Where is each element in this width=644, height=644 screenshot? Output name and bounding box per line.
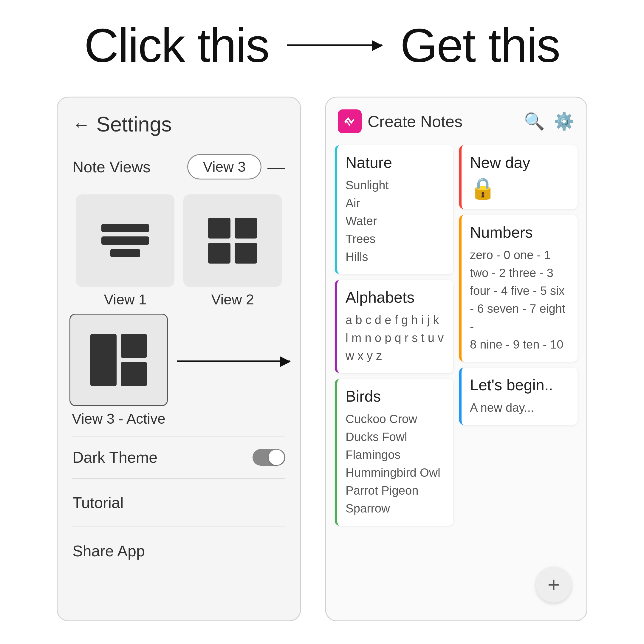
- click-this-label: Click this: [84, 18, 269, 73]
- view1-label: View 1: [104, 291, 146, 308]
- note-views-label: Note Views: [72, 158, 151, 176]
- toggle-thumb: [269, 450, 284, 465]
- app-logo: [338, 109, 362, 133]
- divider1: [72, 436, 285, 436]
- view-selector: View 3 —: [187, 154, 285, 179]
- phone-arrow-line: [177, 360, 290, 362]
- view1-container: View 1: [76, 194, 174, 308]
- main-content: ← Settings Note Views View 3 —: [0, 85, 644, 633]
- v3-top-right: [121, 334, 147, 358]
- note-new-day-title: New day: [470, 154, 569, 171]
- view2-icon: [208, 218, 257, 264]
- header-arrow: [287, 44, 382, 46]
- app-name: Create Notes: [368, 112, 518, 131]
- dark-theme-label: Dark Theme: [72, 448, 157, 466]
- page-header: Click this Get this: [0, 0, 644, 85]
- v3-tall-cell: [90, 334, 117, 386]
- note-numbers-title: Numbers: [470, 223, 569, 241]
- share-app-item[interactable]: Share App: [58, 530, 300, 572]
- view3-icon: [90, 334, 147, 386]
- notes-col-left: Nature SunlightAirWaterTreesHills Alphab…: [335, 145, 453, 614]
- note-lets-begin[interactable]: Let's begin.. A new day...: [459, 368, 578, 425]
- note-birds-title: Birds: [346, 387, 445, 405]
- notes-grid: Nature SunlightAirWaterTreesHills Alphab…: [326, 139, 586, 620]
- tutorial-item[interactable]: Tutorial: [58, 482, 300, 524]
- note-birds[interactable]: Birds Cuckoo CrowDucks FowlFlamingosHumm…: [335, 379, 453, 526]
- view3-thumb[interactable]: [69, 314, 168, 406]
- view3-arrow: [177, 360, 290, 362]
- note-alphabets[interactable]: Alphabets a b c d e f g h i j kl m n o p…: [335, 280, 453, 373]
- cell2: [235, 218, 257, 239]
- view1-icon: [101, 224, 149, 257]
- cell4: [235, 243, 257, 264]
- fab-button[interactable]: +: [536, 567, 572, 603]
- header-icons: 🔍 ⚙️: [524, 112, 575, 131]
- cell3: [208, 243, 230, 264]
- note-nature-content: SunlightAirWaterTreesHills: [346, 176, 445, 266]
- notes-col-right: New day 🔒 Numbers zero - 0 one - 1two - …: [459, 145, 578, 614]
- get-this-label: Get this: [400, 18, 560, 73]
- note-new-day[interactable]: New day 🔒: [459, 145, 578, 209]
- settings-header: ← Settings: [58, 97, 300, 145]
- settings-title: Settings: [96, 112, 172, 136]
- cell1: [208, 218, 230, 239]
- views-grid: View 1 View 2: [58, 188, 300, 314]
- view1-thumb[interactable]: [76, 194, 174, 287]
- note-numbers[interactable]: Numbers zero - 0 one - 1two - 2 three - …: [459, 215, 578, 362]
- view3-row: View 3 - Active: [58, 314, 300, 433]
- arrow-line: [287, 44, 382, 46]
- settings-phone: ← Settings Note Views View 3 —: [57, 97, 301, 621]
- search-icon[interactable]: 🔍: [524, 112, 545, 131]
- bar3: [110, 249, 140, 257]
- note-numbers-content: zero - 0 one - 1two - 2 three - 3four - …: [470, 246, 569, 353]
- notes-header: Create Notes 🔍 ⚙️: [326, 97, 586, 139]
- note-alphabets-content: a b c d e f g h i j kl m n o p q r s t u…: [346, 311, 445, 365]
- note-lets-begin-content: A new day...: [470, 399, 569, 417]
- v3-bottom-right: [121, 362, 147, 386]
- bar2: [101, 236, 149, 245]
- note-nature-title: Nature: [346, 154, 445, 171]
- dark-theme-row: Dark Theme: [58, 439, 300, 475]
- lock-icon: 🔒: [470, 176, 569, 201]
- note-birds-content: Cuckoo CrowDucks FowlFlamingosHummingbir…: [346, 410, 445, 517]
- view-pill[interactable]: View 3: [187, 154, 261, 179]
- note-lets-begin-title: Let's begin..: [470, 376, 569, 394]
- view2-container: View 2: [183, 194, 282, 308]
- note-alphabets-title: Alphabets: [346, 288, 445, 306]
- view3-label: View 3 - Active: [72, 411, 165, 427]
- notes-phone: Create Notes 🔍 ⚙️ Nature SunlightAirWate…: [325, 97, 587, 621]
- note-nature[interactable]: Nature SunlightAirWaterTreesHills: [335, 145, 453, 274]
- view2-thumb[interactable]: [183, 194, 282, 287]
- view3-container: View 3 - Active: [69, 314, 168, 427]
- settings-icon[interactable]: ⚙️: [554, 112, 575, 131]
- view2-label: View 2: [211, 291, 254, 308]
- minus-button[interactable]: —: [267, 157, 285, 177]
- note-views-row: Note Views View 3 —: [58, 145, 300, 188]
- divider3: [72, 527, 285, 527]
- dark-theme-toggle[interactable]: [253, 449, 285, 466]
- divider2: [72, 478, 285, 479]
- bar1: [101, 224, 149, 232]
- back-button[interactable]: ←: [72, 114, 90, 135]
